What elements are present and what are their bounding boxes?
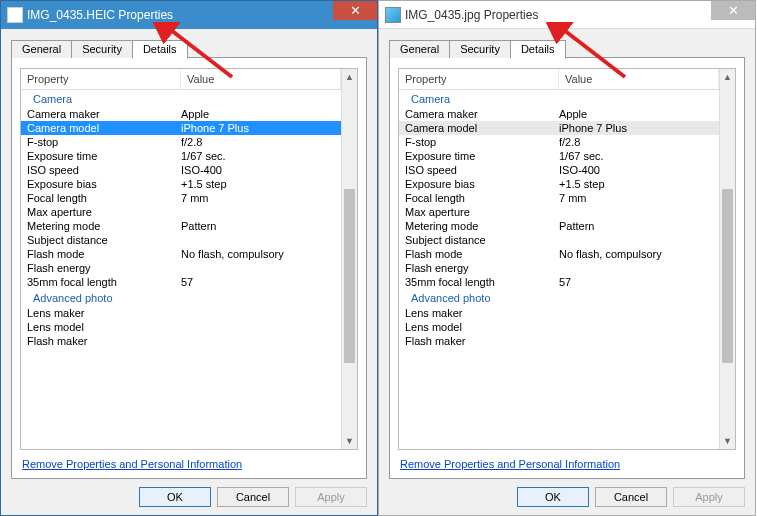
scroll-down-icon[interactable]: ▼ [720, 433, 735, 449]
prop-label: F-stop [21, 136, 181, 148]
remove-properties-link[interactable]: Remove Properties and Personal Informati… [20, 450, 358, 472]
ok-button[interactable]: OK [517, 487, 589, 507]
dialog-buttons: OK Cancel Apply [11, 479, 367, 507]
section-camera: Camera [399, 90, 719, 107]
row-flash-energy[interactable]: Flash energy [21, 261, 341, 275]
window-title: IMG_0435.jpg Properties [405, 8, 538, 22]
row-subject-distance[interactable]: Subject distance [399, 233, 719, 247]
prop-value: Pattern [559, 220, 719, 232]
row-flash-mode[interactable]: Flash modeNo flash, compulsory [21, 247, 341, 261]
scroll-track[interactable] [342, 85, 357, 433]
prop-value: 7 mm [559, 192, 719, 204]
row-camera-maker[interactable]: Camera makerApple [21, 107, 341, 121]
prop-label: Flash mode [399, 248, 559, 260]
remove-properties-link[interactable]: Remove Properties and Personal Informati… [398, 450, 736, 472]
prop-value [559, 206, 719, 218]
scrollbar[interactable]: ▲ ▼ [719, 69, 735, 449]
row-exposure-bias[interactable]: Exposure bias+1.5 step [21, 177, 341, 191]
prop-label: Subject distance [21, 234, 181, 246]
prop-value [181, 335, 341, 347]
row-flash-maker[interactable]: Flash maker [399, 334, 719, 348]
row-lens-model[interactable]: Lens model [399, 320, 719, 334]
col-value[interactable]: Value [181, 69, 341, 89]
prop-label: Camera maker [399, 108, 559, 120]
titlebar[interactable]: IMG_0435.jpg Properties ✕ [379, 1, 755, 29]
property-list-body[interactable]: Property Value Camera Camera makerApple … [21, 69, 341, 449]
scroll-up-icon[interactable]: ▲ [720, 69, 735, 85]
scroll-thumb[interactable] [722, 189, 733, 363]
row-focal-length[interactable]: Focal length7 mm [399, 191, 719, 205]
scroll-thumb[interactable] [344, 189, 355, 363]
col-property[interactable]: Property [21, 69, 181, 89]
prop-label: Exposure bias [21, 178, 181, 190]
prop-label: Flash maker [399, 335, 559, 347]
cancel-button[interactable]: Cancel [595, 487, 667, 507]
tab-general[interactable]: General [11, 40, 72, 58]
window-body: General Security Details Property Value … [379, 29, 755, 515]
scrollbar[interactable]: ▲ ▼ [341, 69, 357, 449]
apply-button[interactable]: Apply [295, 487, 367, 507]
close-button[interactable]: ✕ [711, 1, 755, 20]
property-list-body[interactable]: Property Value Camera Camera makerApple … [399, 69, 719, 449]
apply-button[interactable]: Apply [673, 487, 745, 507]
scroll-down-icon[interactable]: ▼ [342, 433, 357, 449]
row-lens-maker[interactable]: Lens maker [399, 306, 719, 320]
prop-label: 35mm focal length [21, 276, 181, 288]
prop-label: Exposure time [399, 150, 559, 162]
row-subject-distance[interactable]: Subject distance [21, 233, 341, 247]
row-35mm-focal[interactable]: 35mm focal length57 [399, 275, 719, 289]
row-iso-speed[interactable]: ISO speedISO-400 [399, 163, 719, 177]
tab-security[interactable]: Security [449, 40, 511, 58]
close-icon: ✕ [350, 3, 361, 18]
row-lens-model[interactable]: Lens model [21, 320, 341, 334]
tab-details[interactable]: Details [132, 40, 188, 59]
row-max-aperture[interactable]: Max aperture [399, 205, 719, 219]
row-exposure-time[interactable]: Exposure time1/67 sec. [399, 149, 719, 163]
prop-label: Flash energy [21, 262, 181, 274]
row-flash-maker[interactable]: Flash maker [21, 334, 341, 348]
tab-panel-details: Property Value Camera Camera makerApple … [11, 57, 367, 479]
row-lens-maker[interactable]: Lens maker [21, 306, 341, 320]
prop-value: No flash, compulsory [181, 248, 341, 260]
prop-value [559, 262, 719, 274]
prop-label: Exposure bias [399, 178, 559, 190]
row-fstop[interactable]: F-stopf/2.8 [399, 135, 719, 149]
row-iso-speed[interactable]: ISO speedISO-400 [21, 163, 341, 177]
ok-button[interactable]: OK [139, 487, 211, 507]
prop-label: Metering mode [399, 220, 559, 232]
prop-value: Pattern [181, 220, 341, 232]
prop-value: 7 mm [181, 192, 341, 204]
scroll-track[interactable] [720, 85, 735, 433]
close-button[interactable]: ✕ [333, 1, 377, 20]
cancel-button[interactable]: Cancel [217, 487, 289, 507]
prop-label: F-stop [399, 136, 559, 148]
row-metering-mode[interactable]: Metering modePattern [21, 219, 341, 233]
row-35mm-focal[interactable]: 35mm focal length57 [21, 275, 341, 289]
titlebar[interactable]: IMG_0435.HEIC Properties ✕ [1, 1, 377, 29]
row-metering-mode[interactable]: Metering modePattern [399, 219, 719, 233]
prop-label: 35mm focal length [399, 276, 559, 288]
row-focal-length[interactable]: Focal length7 mm [21, 191, 341, 205]
scroll-up-icon[interactable]: ▲ [342, 69, 357, 85]
row-fstop[interactable]: F-stopf/2.8 [21, 135, 341, 149]
row-flash-mode[interactable]: Flash modeNo flash, compulsory [399, 247, 719, 261]
row-camera-maker[interactable]: Camera makerApple [399, 107, 719, 121]
row-max-aperture[interactable]: Max aperture [21, 205, 341, 219]
prop-label: Max aperture [21, 206, 181, 218]
col-property[interactable]: Property [399, 69, 559, 89]
tab-general[interactable]: General [389, 40, 450, 58]
tab-details[interactable]: Details [510, 40, 566, 59]
row-camera-model[interactable]: Camera modeliPhone 7 Plus [21, 121, 341, 135]
close-icon: ✕ [728, 3, 739, 18]
tab-panel-details: Property Value Camera Camera makerApple … [389, 57, 745, 479]
prop-value [181, 234, 341, 246]
row-flash-energy[interactable]: Flash energy [399, 261, 719, 275]
prop-label: Exposure time [21, 150, 181, 162]
col-value[interactable]: Value [559, 69, 719, 89]
tab-security[interactable]: Security [71, 40, 133, 58]
row-exposure-time[interactable]: Exposure time1/67 sec. [21, 149, 341, 163]
prop-label: Flash mode [21, 248, 181, 260]
row-camera-model[interactable]: Camera modeliPhone 7 Plus [399, 121, 719, 135]
prop-value [181, 321, 341, 333]
row-exposure-bias[interactable]: Exposure bias+1.5 step [399, 177, 719, 191]
